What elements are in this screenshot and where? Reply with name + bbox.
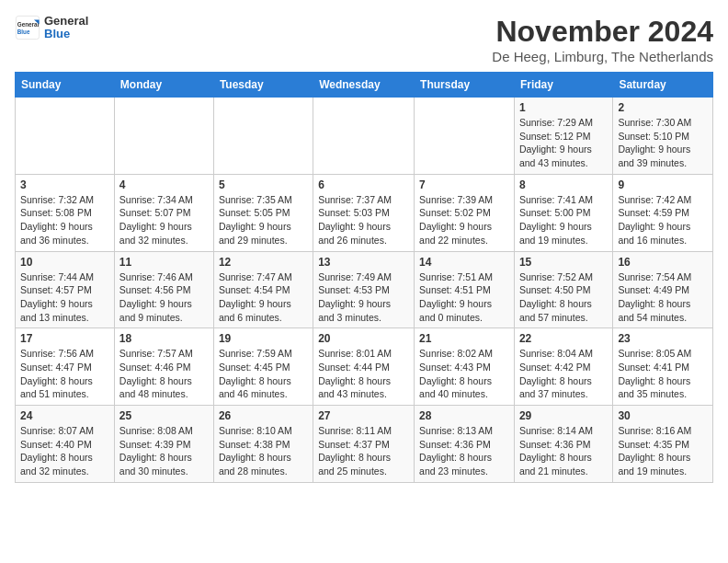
- weekday-header-tuesday: Tuesday: [213, 73, 313, 98]
- day-number: 4: [119, 178, 209, 191]
- day-number: 25: [119, 409, 209, 422]
- logo-blue: Blue: [44, 28, 88, 40]
- day-info: Sunrise: 8:16 AMSunset: 4:35 PMDaylight:…: [618, 424, 708, 478]
- calendar-week-row: 17Sunrise: 7:56 AMSunset: 4:47 PMDayligh…: [16, 328, 713, 406]
- month-title: November 2024: [492, 15, 713, 49]
- day-number: 26: [219, 409, 308, 422]
- calendar-cell: 15Sunrise: 7:52 AMSunset: 4:50 PMDayligh…: [514, 251, 612, 328]
- weekday-header-thursday: Thursday: [415, 73, 515, 98]
- calendar-cell: 4Sunrise: 7:34 AMSunset: 5:07 PMDaylight…: [114, 174, 213, 251]
- day-info: Sunrise: 8:08 AMSunset: 4:39 PMDaylight:…: [119, 424, 209, 478]
- day-number: 7: [419, 178, 509, 191]
- calendar-header: SundayMondayTuesdayWednesdayThursdayFrid…: [16, 73, 713, 98]
- day-number: 10: [20, 256, 109, 269]
- calendar-cell: 24Sunrise: 8:07 AMSunset: 4:40 PMDayligh…: [16, 406, 115, 483]
- day-info: Sunrise: 7:29 AMSunset: 5:12 PMDaylight:…: [519, 116, 608, 170]
- weekday-header-monday: Monday: [114, 73, 213, 98]
- calendar-cell: 16Sunrise: 7:54 AMSunset: 4:49 PMDayligh…: [613, 251, 713, 328]
- day-number: 20: [318, 332, 409, 345]
- day-info: Sunrise: 8:11 AMSunset: 4:37 PMDaylight:…: [318, 424, 409, 478]
- page-container: General Blue General Blue November 2024 …: [15, 15, 713, 483]
- calendar-cell: 22Sunrise: 8:04 AMSunset: 4:42 PMDayligh…: [514, 328, 612, 406]
- calendar-week-row: 1Sunrise: 7:29 AMSunset: 5:12 PMDaylight…: [16, 98, 713, 175]
- day-info: Sunrise: 7:59 AMSunset: 4:45 PMDaylight:…: [219, 347, 308, 401]
- day-number: 9: [618, 178, 708, 191]
- calendar-cell: 5Sunrise: 7:35 AMSunset: 5:05 PMDaylight…: [213, 174, 313, 251]
- calendar-cell: [213, 98, 313, 175]
- day-info: Sunrise: 7:44 AMSunset: 4:57 PMDaylight:…: [20, 270, 109, 325]
- day-number: 11: [119, 256, 209, 269]
- day-info: Sunrise: 7:54 AMSunset: 4:49 PMDaylight:…: [618, 270, 708, 325]
- day-info: Sunrise: 8:14 AMSunset: 4:36 PMDaylight:…: [519, 424, 608, 478]
- logo-general: General: [44, 15, 88, 28]
- day-number: 8: [519, 178, 608, 191]
- calendar-cell: 26Sunrise: 8:10 AMSunset: 4:38 PMDayligh…: [213, 406, 313, 483]
- calendar-cell: 14Sunrise: 7:51 AMSunset: 4:51 PMDayligh…: [415, 251, 515, 328]
- calendar-week-row: 10Sunrise: 7:44 AMSunset: 4:57 PMDayligh…: [16, 251, 713, 328]
- logo-text: General Blue: [44, 15, 88, 41]
- calendar-cell: 23Sunrise: 8:05 AMSunset: 4:41 PMDayligh…: [613, 328, 713, 406]
- calendar-cell: 25Sunrise: 8:08 AMSunset: 4:39 PMDayligh…: [114, 406, 213, 483]
- weekday-header-sunday: Sunday: [16, 73, 115, 98]
- day-number: 3: [20, 178, 109, 191]
- day-number: 23: [618, 332, 708, 345]
- day-info: Sunrise: 8:02 AMSunset: 4:43 PMDaylight:…: [419, 347, 509, 401]
- day-info: Sunrise: 7:47 AMSunset: 4:54 PMDaylight:…: [219, 270, 308, 325]
- calendar-cell: 2Sunrise: 7:30 AMSunset: 5:10 PMDaylight…: [613, 98, 713, 175]
- day-number: 13: [318, 256, 409, 269]
- title-area: November 2024 De Heeg, Limburg, The Neth…: [492, 15, 713, 64]
- calendar-cell: 18Sunrise: 7:57 AMSunset: 4:46 PMDayligh…: [114, 328, 213, 406]
- day-info: Sunrise: 7:42 AMSunset: 4:59 PMDaylight:…: [618, 193, 708, 247]
- day-number: 6: [318, 178, 409, 191]
- day-info: Sunrise: 7:46 AMSunset: 4:56 PMDaylight:…: [119, 270, 209, 325]
- day-number: 17: [20, 332, 109, 345]
- calendar-week-row: 24Sunrise: 8:07 AMSunset: 4:40 PMDayligh…: [16, 406, 713, 483]
- calendar-cell: 9Sunrise: 7:42 AMSunset: 4:59 PMDaylight…: [613, 174, 713, 251]
- location: De Heeg, Limburg, The Netherlands: [492, 49, 713, 64]
- day-number: 16: [618, 256, 708, 269]
- calendar-cell: 28Sunrise: 8:13 AMSunset: 4:36 PMDayligh…: [415, 406, 515, 483]
- day-number: 15: [519, 256, 608, 269]
- calendar-cell: 13Sunrise: 7:49 AMSunset: 4:53 PMDayligh…: [313, 251, 415, 328]
- calendar-cell: 17Sunrise: 7:56 AMSunset: 4:47 PMDayligh…: [16, 328, 115, 406]
- weekday-header-saturday: Saturday: [613, 73, 713, 98]
- day-info: Sunrise: 7:35 AMSunset: 5:05 PMDaylight:…: [219, 193, 308, 247]
- day-info: Sunrise: 8:07 AMSunset: 4:40 PMDaylight:…: [20, 424, 109, 478]
- day-number: 19: [219, 332, 308, 345]
- logo: General Blue General Blue: [15, 15, 88, 41]
- weekday-header-row: SundayMondayTuesdayWednesdayThursdayFrid…: [16, 73, 713, 98]
- calendar-cell: 20Sunrise: 8:01 AMSunset: 4:44 PMDayligh…: [313, 328, 415, 406]
- day-number: 18: [119, 332, 209, 345]
- calendar-cell: 21Sunrise: 8:02 AMSunset: 4:43 PMDayligh…: [415, 328, 515, 406]
- day-info: Sunrise: 7:32 AMSunset: 5:08 PMDaylight:…: [20, 193, 109, 247]
- day-info: Sunrise: 8:05 AMSunset: 4:41 PMDaylight:…: [618, 347, 708, 401]
- day-number: 22: [519, 332, 608, 345]
- calendar-week-row: 3Sunrise: 7:32 AMSunset: 5:08 PMDaylight…: [16, 174, 713, 251]
- day-info: Sunrise: 7:30 AMSunset: 5:10 PMDaylight:…: [618, 116, 708, 170]
- day-info: Sunrise: 7:41 AMSunset: 5:00 PMDaylight:…: [519, 193, 608, 247]
- day-info: Sunrise: 7:49 AMSunset: 4:53 PMDaylight:…: [318, 270, 409, 325]
- day-number: 14: [419, 256, 509, 269]
- day-info: Sunrise: 8:10 AMSunset: 4:38 PMDaylight:…: [219, 424, 308, 478]
- calendar-cell: 3Sunrise: 7:32 AMSunset: 5:08 PMDaylight…: [16, 174, 115, 251]
- calendar-cell: 27Sunrise: 8:11 AMSunset: 4:37 PMDayligh…: [313, 406, 415, 483]
- weekday-header-wednesday: Wednesday: [313, 73, 415, 98]
- day-number: 21: [419, 332, 509, 345]
- day-info: Sunrise: 7:56 AMSunset: 4:47 PMDaylight:…: [20, 347, 109, 401]
- day-number: 12: [219, 256, 308, 269]
- calendar-cell: 30Sunrise: 8:16 AMSunset: 4:35 PMDayligh…: [613, 406, 713, 483]
- calendar-cell: [313, 98, 415, 175]
- day-info: Sunrise: 8:04 AMSunset: 4:42 PMDaylight:…: [519, 347, 608, 401]
- calendar-cell: [16, 98, 115, 175]
- day-number: 29: [519, 409, 608, 422]
- day-info: Sunrise: 7:51 AMSunset: 4:51 PMDaylight:…: [419, 270, 509, 325]
- weekday-header-friday: Friday: [514, 73, 612, 98]
- calendar-cell: 29Sunrise: 8:14 AMSunset: 4:36 PMDayligh…: [514, 406, 612, 483]
- day-info: Sunrise: 7:57 AMSunset: 4:46 PMDaylight:…: [119, 347, 209, 401]
- day-number: 24: [20, 409, 109, 422]
- calendar-cell: [415, 98, 515, 175]
- svg-text:General: General: [17, 21, 40, 28]
- svg-rect-0: [16, 17, 39, 40]
- calendar-table: SundayMondayTuesdayWednesdayThursdayFrid…: [15, 72, 713, 483]
- calendar-body: 1Sunrise: 7:29 AMSunset: 5:12 PMDaylight…: [16, 98, 713, 483]
